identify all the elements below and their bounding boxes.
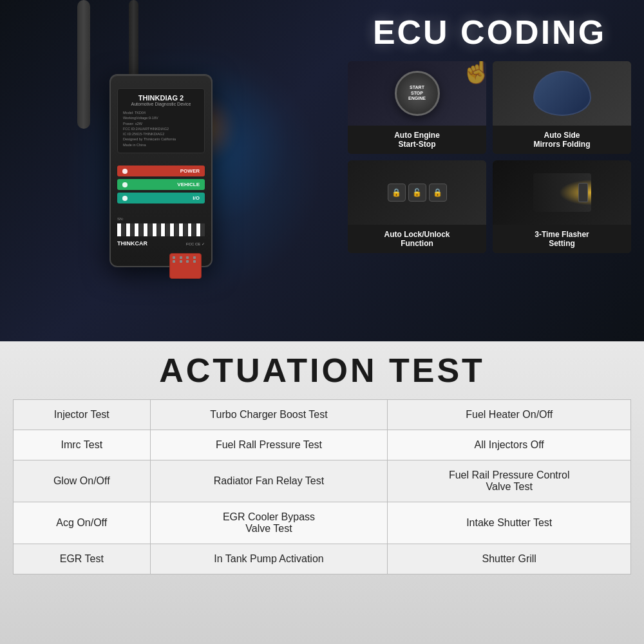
power-dot [122, 169, 128, 174]
actuation-cell-0-col2: Turbo Charger Boost Test [150, 400, 388, 430]
vehicle-label: VEHICLE [128, 182, 200, 187]
obd-pins [170, 254, 201, 265]
actuation-cell-4-col3: Shutter Grill [388, 544, 631, 574]
device-mockup: THINKDIAG 2 Automotive Diagnostic Device… [109, 74, 213, 267]
thinkcar-logo-text: THINKCAR [117, 240, 147, 247]
actuation-cell-2-col3: Fuel Rail Pressure Control Valve Test [388, 460, 631, 502]
power-label: POWER [128, 168, 200, 174]
io-indicator: I/O [117, 193, 205, 204]
actuation-tbody: Injector TestTurbo Charger Boost TestFue… [14, 400, 631, 574]
ecu-card-engine: STARTSTOPENGINE ☝ Auto EngineStart-Stop [348, 61, 486, 154]
power-indicator: POWER [117, 166, 205, 176]
io-label: I/O [128, 195, 200, 201]
device-barcode [117, 223, 205, 236]
ecu-card-flasher: 3-Time FlasherSetting [493, 160, 631, 253]
lock-btn-1: 🔒 [388, 184, 406, 202]
actuation-cell-4-col2: In Tank Pump Activation [150, 544, 388, 574]
device-screen: THINKDIAG 2 Automotive Diagnostic Device… [117, 88, 205, 153]
ecu-engine-label: Auto EngineStart-Stop [348, 126, 486, 154]
actuation-cell-3-col3: Intake Shutter Test [388, 502, 631, 544]
ecu-card-mirrors: Auto SideMirrors Folding [493, 61, 631, 154]
ecu-lock-label: Auto Lock/UnlockFunction [348, 225, 486, 253]
cert-text: FCC CE ✓ [186, 242, 205, 246]
headlight-mockup [533, 173, 591, 212]
actuation-row-3: Acg On/OffEGR Cooler Bypass Valve TestIn… [14, 502, 631, 544]
actuation-cell-3-col1: Acg On/Off [14, 502, 151, 544]
ecu-img-lock: 🔒 🔓 🔒 [348, 160, 486, 225]
ecu-img-engine: STARTSTOPENGINE ☝ [348, 61, 486, 126]
device-info: Model: TKD04 WorkingVoltage:9-18V Power:… [123, 110, 199, 147]
io-dot [122, 196, 128, 201]
actuation-cell-0-col1: Injector Test [14, 400, 151, 430]
actuation-cell-1-col1: Imrc Test [14, 430, 151, 460]
actuation-cell-3-col2: EGR Cooler Bypass Valve Test [150, 502, 388, 544]
lock-icon-3: 🔒 [433, 188, 442, 197]
device-sn-label: SN: [117, 217, 205, 221]
ecu-card-lock: 🔒 🔓 🔒 Auto Lock/UnlockFunction [348, 160, 486, 253]
mirror-mockup [533, 71, 591, 116]
actuation-table: Injector TestTurbo Charger Boost TestFue… [13, 399, 631, 574]
actuation-row-4: EGR TestIn Tank Pump ActivationShutter G… [14, 544, 631, 574]
ecu-feature-grid: STARTSTOPENGINE ☝ Auto EngineStart-Stop … [348, 61, 631, 253]
ecu-flasher-label: 3-Time FlasherSetting [493, 225, 631, 253]
actuation-row-0: Injector TestTurbo Charger Boost TestFue… [14, 400, 631, 430]
ecu-section: ECU CODING STARTSTOPENGINE ☝ Auto Engine… [335, 0, 644, 341]
lock-btn-2: 🔓 [408, 184, 426, 202]
vehicle-indicator: VEHICLE [117, 179, 205, 190]
cable-left [77, 0, 90, 129]
actuation-cell-1-col2: Fuel Rall Pressure Test [150, 430, 388, 460]
actuation-cell-2-col2: Radiator Fan Relay Test [150, 460, 388, 502]
lock-icon-2: 🔓 [412, 188, 422, 197]
hand-icon: ☝ [460, 61, 486, 85]
ecu-title: ECU CODING [348, 13, 631, 52]
start-button-mockup: STARTSTOPENGINE [395, 71, 440, 116]
actuation-title: ACTUATION TEST [13, 351, 631, 390]
headlight-unit [578, 183, 588, 202]
mirror-reflection [535, 72, 590, 115]
lock-icon-1: 🔒 [392, 188, 401, 197]
ecu-mirrors-label: Auto SideMirrors Folding [493, 126, 631, 154]
top-section: THINKDIAG 2 Automotive Diagnostic Device… [0, 0, 644, 341]
vehicle-dot [122, 182, 128, 187]
device-bottom: SN: [117, 217, 205, 247]
actuation-cell-4-col1: EGR Test [14, 544, 151, 574]
lock-buttons-mockup: 🔒 🔓 🔒 [388, 184, 447, 202]
lock-btn-3: 🔒 [429, 184, 447, 202]
page-wrapper: THINKDIAG 2 Automotive Diagnostic Device… [0, 0, 644, 644]
actuation-cell-1-col3: All Injectors Off [388, 430, 631, 460]
actuation-cell-2-col1: Glow On/Off [14, 460, 151, 502]
device-body: THINKDIAG 2 Automotive Diagnostic Device… [109, 74, 213, 267]
device-indicators: POWER VEHICLE I/O [117, 166, 205, 206]
actuation-cell-0-col3: Fuel Heater On/Off [388, 400, 631, 430]
device-subtitle: Automotive Diagnostic Device [123, 102, 199, 106]
actuation-row-2: Glow On/OffRadiator Fan Relay TestFuel R… [14, 460, 631, 502]
device-brand-label: THINKDIAG 2 [123, 94, 199, 102]
bottom-section: ACTUATION TEST Injector TestTurbo Charge… [0, 341, 644, 644]
ecu-img-mirrors [493, 61, 631, 126]
device-logos: THINKCAR FCC CE ✓ [117, 240, 205, 247]
start-btn-text: STARTSTOPENGINE [408, 85, 426, 101]
actuation-row-1: Imrc TestFuel Rall Pressure TestAll Inje… [14, 430, 631, 460]
obd-connector [169, 253, 202, 279]
device-area: THINKDIAG 2 Automotive Diagnostic Device… [0, 0, 322, 341]
ecu-img-flasher [493, 160, 631, 225]
